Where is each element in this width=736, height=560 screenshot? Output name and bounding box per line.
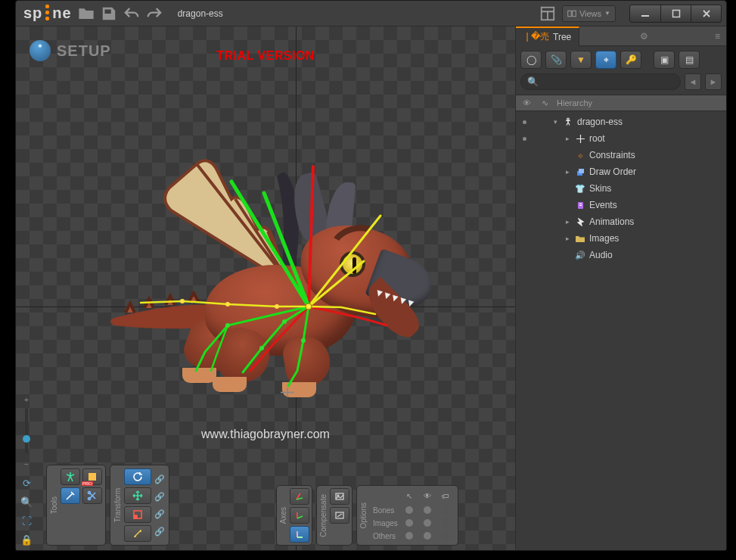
option-toggle[interactable] [424,506,431,514]
prune-tool[interactable] [82,487,102,504]
rotate-tool[interactable] [124,468,151,485]
tree-node[interactable]: 👕Skins [516,180,726,197]
option-toggle[interactable] [405,532,413,540]
tree-node[interactable]: 🔊Audio [516,247,726,263]
option-toggle[interactable] [442,532,449,540]
magnifier-icon: 🔍 [527,76,539,87]
eye-icon: 👁 [520,98,533,107]
views-label: Views [579,9,601,18]
zoom-slider[interactable] [25,408,28,453]
option-toggle[interactable] [424,532,431,540]
node-icon: 👕 [575,184,585,194]
tab-tree[interactable]: ❘�売 Tree [516,26,579,46]
open-icon[interactable] [78,5,95,22]
node-icon [575,168,585,176]
undo-icon[interactable] [123,5,140,22]
filter-bar: ◯ 📎 ▼ ⌖ 🔑 ▣ ▤ [516,46,726,73]
options-row-label: Images [373,519,398,527]
option-toggle[interactable] [442,506,449,514]
node-icon: ⟐ [575,151,585,160]
filter-attachment[interactable]: 📎 [545,51,567,69]
option-toggle[interactable] [442,519,449,527]
node-label: root [589,133,605,144]
axes-world[interactable] [290,526,309,543]
prev-icon[interactable]: ◄ [685,73,701,90]
svg-point-6 [306,303,312,310]
tree-node[interactable]: Images [516,230,726,247]
option-toggle[interactable] [405,519,413,527]
tree-node[interactable]: Draw Order [516,163,726,180]
weights-tool[interactable]: PRO [82,468,102,485]
character-dragon[interactable]: ▼▼▼▼▼ [114,144,439,401]
visibility-dot[interactable] [519,137,529,141]
minimize-button[interactable] [630,5,660,22]
collapse-all-icon[interactable]: ▤ [679,51,700,69]
tree-node[interactable]: Events [516,197,726,213]
app-logo: spne [23,5,72,22]
disclosure-icon[interactable] [551,118,559,126]
disclosure-icon[interactable] [564,168,571,176]
svg-point-11 [259,346,264,350]
axes-label: Axes [279,506,287,524]
viewport[interactable]: SETUP TRIAL VERSION [16,26,516,550]
create-tool[interactable] [61,487,80,504]
option-toggle[interactable] [424,519,431,527]
scale-tool[interactable] [124,506,151,523]
compensate-bone[interactable] [330,507,349,524]
chain-icon[interactable]: 🔗 [154,489,166,504]
search-input[interactable]: 🔍 [520,73,681,90]
tools-label: Tools [50,496,58,515]
tree-node[interactable]: ⟐Constraints [516,147,726,163]
layout-icon[interactable] [539,5,556,22]
disclosure-icon[interactable] [564,135,571,142]
options-panel: Options ↖ 👁 🏷 Bones Images Others [356,485,458,546]
chain-icon[interactable]: 🔗 [154,524,166,539]
fit-view-icon[interactable]: ⛶ [19,513,34,528]
filter-focus-icon[interactable]: ⌖ [595,51,616,69]
tools-panel: Tools PRO [46,465,106,546]
axes-parent[interactable] [290,507,309,524]
next-icon[interactable]: ► [705,73,722,90]
views-dropdown[interactable]: Views ▼ [562,5,616,22]
search-icon[interactable]: 🔍 [19,494,34,509]
tree-node[interactable]: Animations [516,213,726,230]
expand-all-icon[interactable]: ▣ [654,51,675,69]
axes-local[interactable] [290,488,309,505]
zoom-reset-icon[interactable]: ⟳ [19,475,34,490]
filter-funnel-icon[interactable]: ▼ [570,51,592,69]
option-toggle[interactable] [405,506,413,514]
panel-menu-icon[interactable]: ≡ [709,31,726,42]
translate-tool[interactable] [124,487,151,504]
lock-icon[interactable]: 🔒 [19,532,34,547]
search-bar: 🔍 ◄ ► [516,73,726,95]
tree-icon: ❘�売 [523,30,549,43]
tree-node[interactable]: root [516,130,726,147]
shear-tool[interactable] [124,525,151,542]
redo-icon[interactable] [146,5,163,22]
svg-point-8 [225,302,230,306]
filter-key-icon[interactable]: 🔑 [620,51,641,69]
visibility-dot[interactable] [519,120,529,124]
node-icon [575,135,585,143]
svg-rect-2 [573,11,576,17]
compensate-label: Compensate [319,493,328,538]
node-icon [563,117,573,126]
node-icon [575,235,585,243]
sliders-icon[interactable]: ⚙ [634,31,654,42]
tree-view[interactable]: dragon-essroot⟐ConstraintsDraw Order👕Ski… [516,111,726,550]
pose-tool[interactable] [61,468,80,485]
chain-icon[interactable]: 🔗 [154,506,166,521]
compensate-image[interactable] [330,488,349,505]
tree-node[interactable]: dragon-ess [516,114,726,130]
save-icon[interactable] [101,5,117,22]
filter-circle[interactable]: ◯ [520,51,542,69]
close-button[interactable] [691,5,721,22]
disclosure-icon[interactable] [564,235,571,242]
skeleton-overlay [114,144,439,401]
maximize-button[interactable] [660,5,691,22]
axes-panel: Axes [276,485,312,546]
tag-icon: 🏷 [439,491,452,502]
svg-rect-24 [579,169,584,173]
disclosure-icon[interactable] [564,218,571,226]
chain-icon[interactable]: 🔗 [154,471,166,487]
